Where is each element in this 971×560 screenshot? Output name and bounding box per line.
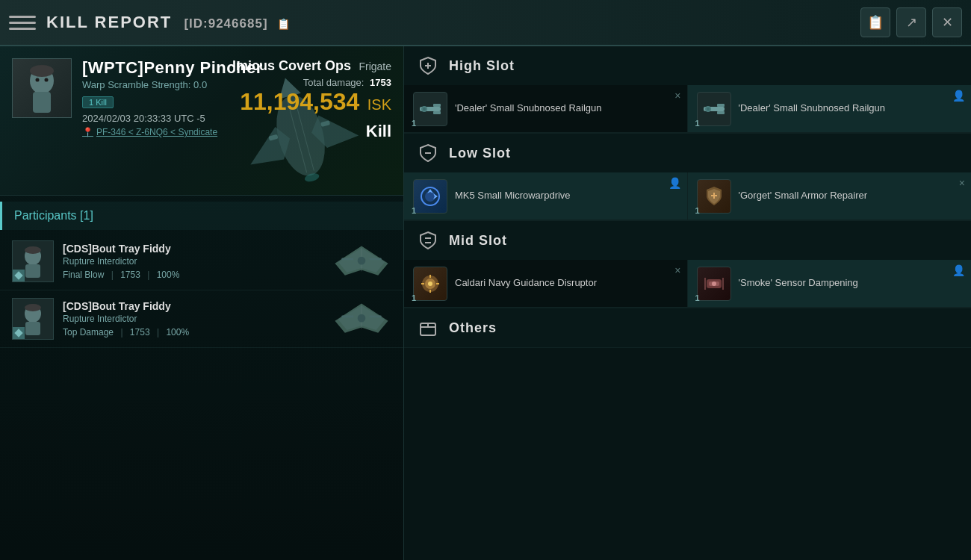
item-remove-button[interactable]: × [674,90,680,102]
svg-point-12 [36,78,40,82]
low-slot-title: Low Slot [449,146,511,161]
svg-rect-35 [433,104,441,107]
svg-rect-31 [370,316,382,318]
item-icon [413,267,447,301]
left-panel: [WPTC]Penny Pincher Warp Scramble Streng… [0,46,403,560]
svg-rect-40 [717,104,725,107]
blow-label: Final Blow [63,270,104,280]
close-button[interactable]: ✕ [932,7,962,37]
item-icon [413,179,447,214]
item-qty: 1 [412,206,416,215]
svg-rect-10 [33,92,51,113]
menu-button[interactable] [9,9,36,36]
item-cell: Caldari Navy Guidance Disruptor × 1 [404,260,688,308]
ship-name-line: Imicus Covert Ops Frigate [232,58,391,74]
item-qty: 1 [695,119,700,128]
participant-row: [CDS]Bout Tray Fiddy Rupture Interdictor… [0,290,403,348]
low-slot-section: Low Slot MK5 Small Microwarpdrive [404,134,971,221]
mid-slot-items: Caldari Navy Guidance Disruptor × 1 [404,260,971,308]
participants-header: Participants [1] [0,202,403,230]
participant-stats: Final Blow | 1753 | 100% [63,270,323,280]
svg-point-29 [358,314,366,323]
total-damage-label: Total damage: [303,77,364,88]
item-qty: 1 [412,119,416,128]
page-title: KILL REPORT [ID:9246685] 📋 [46,13,860,32]
item-remove-button[interactable]: × [674,264,680,276]
damage-value: 1753 [120,270,140,280]
svg-rect-21 [341,258,353,261]
victim-kill-badge: 1 Kill [82,96,114,108]
item-icon [697,179,731,214]
damage-percent: 100% [157,270,180,280]
rank-badge [13,270,25,281]
svg-point-20 [358,257,366,265]
mid-slot-section: Mid Slot [404,221,971,308]
participant-row: [CDS]Bout Tray Fiddy Rupture Interdictor… [0,233,403,290]
low-slot-header: Low Slot [404,134,971,172]
item-cell: 'Dealer' Small Snubnosed Railgun 👤 1 [688,85,972,133]
participant-stats: Top Damage | 1753 | 100% [63,327,323,337]
item-icon [697,92,731,126]
others-icon [416,316,440,340]
svg-point-25 [25,304,41,311]
blow-label: Top Damage [63,327,114,337]
participant-name: [CDS]Bout Tray Fiddy [63,300,323,312]
item-remove-button[interactable]: × [959,177,965,189]
svg-rect-22 [370,258,382,261]
svg-point-43 [707,108,710,111]
participant-ship: Rupture Interdictor [63,314,323,324]
item-cell: 'Gorget' Small Armor Repairer × 1 [688,172,972,220]
item-cell: 'Dealer' Small Snubnosed Railgun × 1 [404,85,688,133]
isk-label: ISK [367,96,391,113]
svg-rect-36 [433,111,441,114]
equipment-panel: High Slot 'Dealer' S [403,46,971,560]
victim-avatar [12,58,72,118]
header: KILL REPORT [ID:9246685] 📋 📋 ↗ ✕ [0,0,971,46]
copy-button[interactable]: 📋 [860,7,890,37]
participant-ship: Rupture Interdictor [63,256,323,267]
victim-section: [WPTC]Penny Pincher Warp Scramble Streng… [0,46,403,196]
rank-badge [13,327,25,339]
others-section: Others [404,308,971,348]
item-cell: MK5 Small Microwarpdrive 👤 1 [404,172,688,220]
location-text: PF-346 < Z-6NQ6 < Syndicate [96,127,217,137]
item-name: 'Dealer' Small Snubnosed Railgun [455,102,678,115]
ship-type-class: Frigate [359,60,391,72]
mid-slot-header: Mid Slot [404,221,971,260]
title-text: KILL REPORT [46,13,172,31]
svg-point-16 [25,246,41,254]
damage-value: 1753 [130,327,150,337]
item-icon [413,92,447,126]
main-layout: [WPTC]Penny Pincher Warp Scramble Streng… [0,46,971,560]
item-person-icon: 👤 [668,177,681,189]
svg-rect-30 [341,316,353,318]
victim-ship-info: Imicus Covert Ops Frigate Total damage: … [232,58,391,141]
item-name: Caldari Navy Guidance Disruptor [455,276,678,290]
svg-rect-24 [25,322,40,335]
others-header: Others [404,308,971,347]
svg-point-11 [30,65,54,77]
others-title: Others [449,320,497,336]
participant-avatar [12,298,54,340]
item-qty: 1 [412,293,416,302]
export-button[interactable]: ↗ [896,7,926,37]
mid-slot-title: Mid Slot [449,233,507,249]
svg-rect-41 [717,111,725,114]
header-actions: 📋 ↗ ✕ [860,7,962,37]
participant-info: [CDS]Bout Tray Fiddy Rupture Interdictor… [63,243,323,280]
item-name: 'Smoke' Sensor Dampening [739,276,963,290]
participant-name: [CDS]Bout Tray Fiddy [63,243,323,255]
isk-amount: 11,194,534 [240,88,359,115]
high-slot-section: High Slot 'Dealer' S [404,46,971,134]
participants-section: Participants [1] [CDS]Bout Tray Fiddy Ru… [0,196,403,560]
svg-point-38 [423,108,426,111]
kill-id: [ID:9246685] [184,16,267,31]
participant-ship-image [332,245,391,279]
participant-ship-image [332,302,391,336]
mid-slot-icon [416,228,440,252]
svg-point-13 [45,78,49,82]
high-slot-items: 'Dealer' Small Snubnosed Railgun × 1 [404,85,971,133]
total-damage-value: 1753 [370,77,391,88]
participant-info: [CDS]Bout Tray Fiddy Rupture Interdictor… [63,300,323,337]
participant-avatar [12,240,54,282]
